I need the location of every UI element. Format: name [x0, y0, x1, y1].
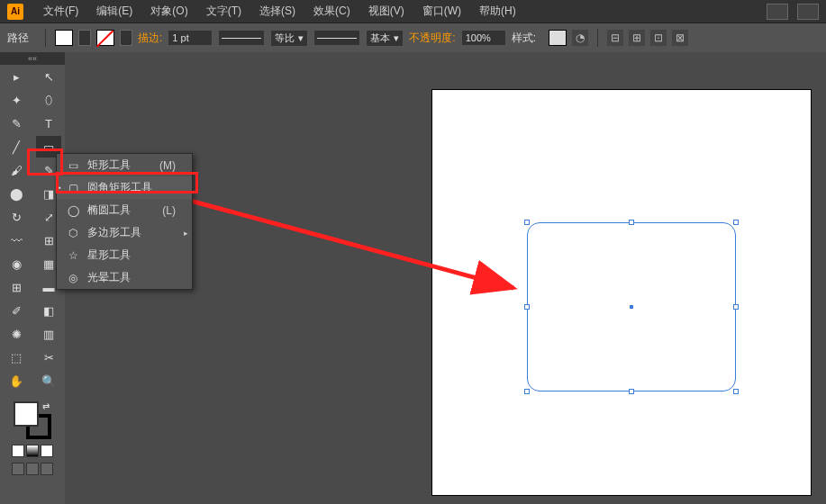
flyout-label: 星形工具	[87, 248, 131, 263]
menubar: Ai 文件(F) 编辑(E) 对象(O) 文字(T) 选择(S) 效果(C) 视…	[0, 0, 826, 23]
color-picker[interactable]: ⇄	[14, 401, 51, 439]
handle-mid-left[interactable]	[524, 304, 530, 310]
type-tool[interactable]: T	[36, 112, 61, 134]
stroke-dropdown[interactable]	[120, 30, 132, 46]
lasso-tool[interactable]: ⬯	[36, 89, 61, 111]
zoom-tool[interactable]: 🔍	[36, 370, 61, 392]
menu-effect[interactable]: 效果(C)	[304, 4, 359, 19]
align-3-icon[interactable]: ⊡	[650, 30, 667, 46]
fill-color[interactable]	[14, 401, 39, 427]
opacity-input[interactable]	[461, 30, 506, 46]
flyout-shortcut: (M)	[159, 159, 176, 172]
handle-mid-right[interactable]	[733, 304, 739, 310]
brush-def[interactable]	[313, 30, 360, 46]
flyout-label: 椭圆工具	[87, 202, 131, 218]
flare-icon: ◎	[66, 272, 80, 284]
slice-tool[interactable]: ✂	[36, 346, 61, 368]
handle-top-right[interactable]	[733, 220, 739, 225]
menu-select[interactable]: 选择(S)	[250, 4, 304, 19]
ellipse-icon: ◯	[66, 204, 80, 217]
rectangle-icon: ▭	[66, 159, 80, 172]
polygon-icon: ⬡	[66, 227, 80, 239]
center-point	[630, 305, 633, 309]
star-icon: ☆	[66, 249, 80, 262]
menu-window[interactable]: 窗口(W)	[413, 4, 470, 19]
color-gradient[interactable]	[26, 445, 39, 457]
rotate-tool[interactable]: ↻	[4, 206, 29, 228]
swap-colors-icon[interactable]: ⇄	[42, 401, 50, 411]
app-icon: Ai	[7, 4, 23, 20]
flyout-star-tool[interactable]: ☆ 星形工具	[57, 244, 192, 266]
arrange-button[interactable]	[797, 4, 819, 20]
tools-collapse[interactable]: ««	[0, 52, 65, 65]
recolor-icon[interactable]: ◔	[572, 30, 588, 46]
draw-behind[interactable]	[26, 463, 39, 475]
paintbrush-tool[interactable]: 🖌	[4, 159, 29, 181]
handle-bottom-left[interactable]	[524, 389, 530, 394]
selection-tool[interactable]: ▸	[4, 66, 29, 87]
handle-bottom-right[interactable]	[733, 389, 739, 394]
fill-dropdown[interactable]	[78, 30, 91, 46]
draw-normal[interactable]	[12, 463, 24, 475]
stroke-label[interactable]: 描边:	[138, 31, 162, 46]
shape-builder-tool[interactable]: ◉	[4, 253, 29, 274]
submenu-arrow-icon: ▸	[184, 229, 188, 238]
flyout-ellipse-tool[interactable]: ◯ 椭圆工具 (L)	[57, 199, 192, 221]
annotation-highlight-menuitem	[56, 172, 198, 194]
width-tool[interactable]: 〰	[4, 230, 29, 251]
menu-edit[interactable]: 编辑(E)	[87, 4, 141, 19]
flyout-polygon-tool[interactable]: ⬡ 多边形工具 ▸	[57, 221, 192, 244]
graph-tool[interactable]: ▥	[36, 323, 61, 345]
direct-selection-tool[interactable]: ↖	[36, 66, 61, 87]
flyout-label: 矩形工具	[87, 158, 131, 173]
handle-bottom-mid[interactable]	[629, 389, 634, 394]
bridge-button[interactable]	[767, 4, 788, 20]
draw-inside[interactable]	[41, 463, 53, 475]
handle-top-mid[interactable]	[629, 220, 634, 225]
flyout-shortcut: (L)	[162, 204, 176, 217]
color-none[interactable]	[41, 445, 53, 457]
color-solid[interactable]	[12, 445, 24, 457]
flyout-label: 光晕工具	[87, 270, 131, 285]
color-mode-row	[4, 445, 61, 457]
selection-label: 路径	[7, 31, 29, 46]
flyout-label: 多边形工具	[87, 225, 141, 240]
blend-tool[interactable]: ◧	[36, 300, 61, 321]
style-label: 样式:	[512, 31, 536, 46]
mesh-tool[interactable]: ⊞	[4, 276, 29, 298]
menu-view[interactable]: 视图(V)	[359, 4, 413, 19]
pen-tool[interactable]: ✎	[4, 112, 29, 134]
magic-wand-tool[interactable]: ✦	[4, 89, 29, 111]
symbol-sprayer-tool[interactable]: ✺	[4, 323, 29, 345]
menu-file[interactable]: 文件(F)	[34, 4, 87, 19]
stroke-profile[interactable]	[218, 30, 265, 46]
fill-swatch[interactable]	[55, 30, 73, 46]
menu-help[interactable]: 帮助(H)	[470, 4, 525, 19]
control-bar: 路径 描边: 等比▾ 基本▾ 不透明度: 样式: ◔ ⊟ ⊞ ⊡ ⊠	[0, 23, 826, 52]
style-swatch[interactable]	[549, 30, 567, 46]
artboard-tool[interactable]: ⬚	[4, 346, 29, 368]
menu-object[interactable]: 对象(O)	[141, 4, 196, 19]
blob-brush-tool[interactable]: ⬤	[4, 183, 29, 204]
rounded-rectangle-shape[interactable]	[527, 222, 736, 392]
hand-tool[interactable]: ✋	[4, 370, 29, 392]
stroke-weight-input[interactable]	[168, 30, 213, 46]
align-2-icon[interactable]: ⊞	[629, 30, 645, 46]
menu-type[interactable]: 文字(T)	[197, 4, 250, 19]
uniform-select[interactable]: 等比▾	[270, 30, 308, 47]
basic-select[interactable]: 基本▾	[366, 30, 404, 47]
stroke-swatch[interactable]	[96, 30, 114, 46]
handle-top-left[interactable]	[524, 220, 530, 225]
opacity-label[interactable]: 不透明度:	[409, 31, 455, 46]
align-4-icon[interactable]: ⊠	[672, 30, 688, 46]
eyedropper-tool[interactable]: ✐	[4, 300, 29, 321]
align-1-icon[interactable]: ⊟	[607, 30, 623, 46]
screen-mode-row	[4, 463, 61, 475]
flyout-flare-tool[interactable]: ◎ 光晕工具	[57, 266, 192, 289]
line-tool[interactable]: ╱	[4, 136, 29, 158]
